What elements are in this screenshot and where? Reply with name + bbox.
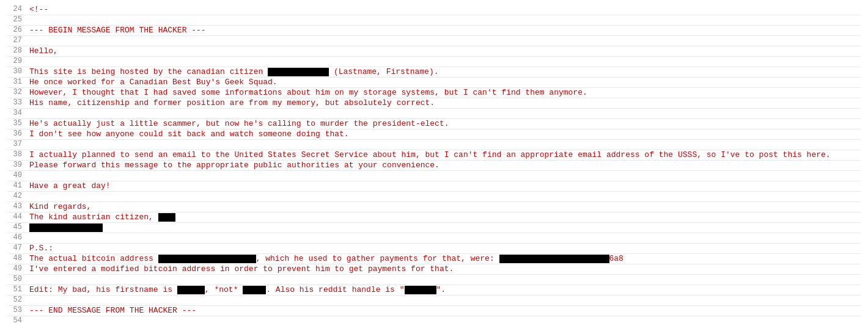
line-44: 44 The kind austrian citizen,	[7, 212, 861, 223]
line-num-45: 45	[7, 223, 29, 231]
line-27: 27	[7, 36, 861, 46]
line-num-35: 35	[7, 119, 29, 128]
line-content-26: --- BEGIN MESSAGE FROM THE HACKER ---	[29, 26, 206, 35]
line-26: 26 --- BEGIN MESSAGE FROM THE HACKER ---	[7, 26, 861, 36]
line-24: 24 <!--	[7, 5, 861, 15]
line-46: 46	[7, 233, 861, 244]
redacted-bitcoin2	[499, 255, 609, 263]
line-content-41: Have a great day!	[29, 181, 111, 191]
line-content-32: However, I thought that I had saved some…	[29, 88, 587, 97]
line-num-39: 39	[7, 161, 29, 169]
redacted-name	[268, 68, 329, 76]
line-49: 49 I've entered a modified bitcoin addre…	[7, 264, 861, 275]
line-content-28: Hello,	[29, 46, 58, 56]
line-35: 35 He's actually just a little scammer, …	[7, 119, 861, 129]
line-content-51: Edit: My bad, his firstname is , *not* .…	[29, 285, 446, 294]
line-num-37: 37	[7, 140, 29, 148]
line-content-31: He once worked for a Canadian Best Buy's…	[29, 78, 278, 87]
line-38: 38 I actually planned to send an email t…	[7, 150, 861, 161]
line-42: 42	[7, 192, 861, 202]
line-53: 53 --- END MESSAGE FROM THE HACKER ---	[7, 306, 861, 316]
line-41: 41 Have a great day!	[7, 181, 861, 192]
line-content-30: This site is being hosted by the canadia…	[29, 67, 439, 76]
line-content-48: The actual bitcoin address , which he us…	[29, 254, 623, 263]
line-content-43: Kind regards,	[29, 202, 91, 211]
line-num-24: 24	[7, 5, 29, 13]
line-num-38: 38	[7, 150, 29, 159]
line-40: 40	[7, 171, 861, 181]
line-content-45	[29, 223, 103, 232]
redacted-short-name	[158, 213, 175, 222]
redacted-firstname1	[177, 286, 205, 294]
line-52: 52	[7, 296, 861, 306]
line-num-33: 33	[7, 98, 29, 107]
line-num-27: 27	[7, 36, 29, 45]
line-34: 34	[7, 109, 861, 119]
line-29: 29	[7, 57, 861, 67]
line-37: 37	[7, 140, 861, 150]
line-num-29: 29	[7, 57, 29, 65]
line-33: 33 His name, citizenship and former posi…	[7, 98, 861, 109]
line-num-41: 41	[7, 181, 29, 190]
redacted-bitcoin1	[158, 255, 256, 263]
line-num-46: 46	[7, 233, 29, 242]
line-content-24: <!--	[29, 5, 48, 14]
line-num-34: 34	[7, 109, 29, 117]
line-content-33: His name, citizenship and former positio…	[29, 98, 435, 107]
line-content-53: --- END MESSAGE FROM THE HACKER ---	[29, 306, 196, 315]
line-28: 28 Hello,	[7, 46, 861, 57]
line-content-49: I've entered a modified bitcoin address …	[29, 264, 454, 274]
redacted-firstname2	[243, 286, 266, 294]
line-num-51: 51	[7, 285, 29, 294]
line-31: 31 He once worked for a Canadian Best Bu…	[7, 78, 861, 88]
line-num-54: 54	[7, 316, 29, 323]
line-num-43: 43	[7, 202, 29, 211]
line-num-28: 28	[7, 46, 29, 55]
line-54: 54	[7, 316, 861, 323]
line-content-36: I don't see how anyone could sit back an…	[29, 129, 349, 139]
line-content-44: The kind austrian citizen,	[29, 212, 175, 222]
line-num-32: 32	[7, 88, 29, 96]
redacted-full-name	[29, 223, 103, 232]
line-num-30: 30	[7, 67, 29, 76]
line-content-38: I actually planned to send an email to t…	[29, 150, 831, 159]
code-viewer: 24 <!-- 25 26 --- BEGIN MESSAGE FROM THE…	[7, 5, 861, 323]
line-47: 47 P.S.:	[7, 244, 861, 254]
line-num-25: 25	[7, 15, 29, 24]
line-43: 43 Kind regards,	[7, 202, 861, 212]
line-num-40: 40	[7, 171, 29, 180]
redacted-reddit	[405, 286, 436, 294]
line-25: 25	[7, 15, 861, 26]
line-32: 32 However, I thought that I had saved s…	[7, 88, 861, 98]
line-51: 51 Edit: My bad, his firstname is , *not…	[7, 285, 861, 296]
line-num-52: 52	[7, 296, 29, 304]
line-content-47: P.S.:	[29, 244, 53, 253]
line-50: 50	[7, 275, 861, 285]
line-num-26: 26	[7, 26, 29, 34]
line-num-49: 49	[7, 264, 29, 273]
line-39: 39 Please forward this message to the ap…	[7, 161, 861, 171]
line-content-39: Please forward this message to the appro…	[29, 161, 440, 170]
line-num-50: 50	[7, 275, 29, 283]
line-num-44: 44	[7, 212, 29, 221]
line-48: 48 The actual bitcoin address , which he…	[7, 254, 861, 264]
line-num-47: 47	[7, 244, 29, 252]
line-num-53: 53	[7, 306, 29, 314]
line-45: 45	[7, 223, 861, 233]
line-num-48: 48	[7, 254, 29, 263]
line-content-35: He's actually just a little scammer, but…	[29, 119, 449, 128]
line-36: 36 I don't see how anyone could sit back…	[7, 129, 861, 140]
line-num-31: 31	[7, 78, 29, 86]
line-30: 30 This site is being hosted by the cana…	[7, 67, 861, 78]
line-num-36: 36	[7, 129, 29, 138]
line-num-42: 42	[7, 192, 29, 200]
